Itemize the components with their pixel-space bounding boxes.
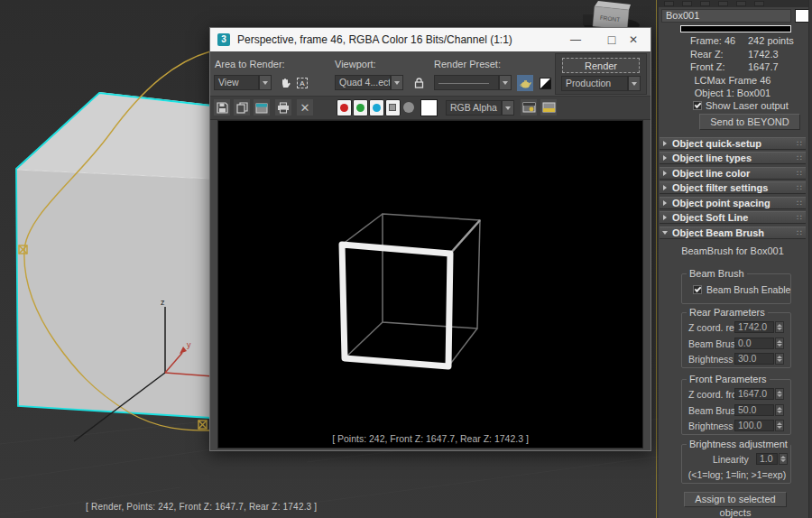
area-to-render-label: Area to Render: <box>215 59 285 69</box>
z-coord-rear-spinner[interactable] <box>775 321 784 333</box>
laser-preview-strip <box>680 25 791 32</box>
render-setup-button[interactable] <box>517 75 533 91</box>
app-icon: 3 <box>217 33 230 46</box>
area-to-render-select[interactable]: View <box>214 75 259 90</box>
green-channel-button[interactable] <box>353 99 368 116</box>
close-button[interactable]: ✕ <box>618 28 649 51</box>
beam-brush-rear-spinner[interactable] <box>775 338 784 349</box>
beam-brush-front-field[interactable]: 50.0 <box>734 404 774 416</box>
tracker-window-button[interactable] <box>540 99 557 116</box>
linearity-label: Linearity <box>713 454 749 465</box>
rear-parameters-group: Rear Parameters Z coord. rear 1742.0 Bea… <box>681 312 791 368</box>
production-dropdown-button[interactable] <box>628 76 641 91</box>
environment-button[interactable] <box>537 75 553 91</box>
copy-image-button[interactable] <box>234 99 250 116</box>
chevron-right-icon <box>663 141 667 146</box>
object-name-field[interactable]: Box001 <box>661 9 791 23</box>
rollout-drag-icon: ∷ <box>797 168 802 179</box>
clear-image-button[interactable]: ✕ <box>297 99 313 116</box>
print-image-button[interactable] <box>275 99 291 116</box>
lock-viewport-button[interactable] <box>411 75 427 91</box>
render-window-titlebar[interactable]: 3 Perspective, frame 46, RGBA Color 16 B… <box>210 28 651 51</box>
preset-empty-line <box>438 83 489 84</box>
rollout-object-beam-brush[interactable]: Object Beam Brush ∷ <box>660 227 806 239</box>
region-a-icon: A <box>297 78 308 88</box>
channel-display-select[interactable]: RGB Alpha <box>446 100 502 116</box>
rollout-object-line-types[interactable]: Object line types ∷ <box>660 152 806 164</box>
render-channel-toolbar: ✕ RGB Alpha <box>210 97 651 120</box>
points-info: 242 points <box>748 35 794 46</box>
rollout-object-filter-settings[interactable]: Object filter settings ∷ <box>660 181 806 194</box>
render-toolbar: Area to Render: View A Viewport: Quad 4.… <box>210 51 651 97</box>
floppy-icon <box>217 102 228 114</box>
bw-diagonal-icon <box>540 78 551 89</box>
rollout-drag-icon: ∷ <box>797 227 802 238</box>
production-select[interactable]: Production <box>561 76 628 91</box>
lcmax-frame-info: LCMax Frame 46 <box>659 75 807 86</box>
monochrome-button[interactable] <box>403 102 414 113</box>
blue-channel-button[interactable] <box>369 99 384 116</box>
rollout-object-quick-setup[interactable]: Object quick-setup ∷ <box>660 137 806 150</box>
z-coord-front-field[interactable]: 1647.0 <box>734 388 774 400</box>
front-z-value: 1647.7 <box>748 61 779 72</box>
rollout-title: Object quick-setup <box>672 138 761 149</box>
channel-dropdown-button[interactable] <box>502 100 514 116</box>
chevron-right-icon <box>663 185 667 190</box>
send-to-beyond-button[interactable]: Send to BEYOND <box>699 114 800 130</box>
render-preset-select[interactable] <box>434 75 499 90</box>
rollout-object-soft-line[interactable]: Object Soft Line ∷ <box>660 211 806 224</box>
rollout-title: Object Soft Line <box>672 212 748 223</box>
linearity-spinner[interactable] <box>779 453 788 465</box>
chevron-right-icon <box>663 200 667 206</box>
beam-brush-subtitle: BeamBrush for Box001 <box>659 245 807 256</box>
viewport-dropdown-button[interactable] <box>391 75 403 90</box>
group-title: Front Parameters <box>687 374 770 384</box>
save-image-button[interactable] <box>214 99 230 116</box>
alpha-channel-button[interactable] <box>385 99 401 116</box>
render-button[interactable]: Render <box>562 58 640 73</box>
auto-region-button[interactable]: A <box>294 75 310 91</box>
layer-window-button[interactable] <box>521 99 537 116</box>
area-to-render-dropdown-button[interactable] <box>259 75 272 90</box>
group-title: Brightness adjustment <box>687 439 790 449</box>
edit-region-button[interactable] <box>277 75 293 91</box>
window-panel-icon <box>542 101 556 114</box>
teapot-icon <box>520 79 531 88</box>
copy-icon <box>236 102 248 114</box>
rollout-drag-icon: ∷ <box>797 182 802 193</box>
z-coord-rear-field[interactable]: 1742.0 <box>734 321 774 333</box>
axis-z-label: z <box>161 298 165 307</box>
clone-window-button[interactable] <box>254 99 270 116</box>
beam-brush-rear-field[interactable]: 0.0 <box>734 338 774 349</box>
red-channel-button[interactable] <box>337 99 352 116</box>
rollout-object-point-spacing[interactable]: Object point spacing ∷ <box>660 197 806 209</box>
beam-brush-front-spinner[interactable] <box>775 404 784 416</box>
rollout-object-line-color[interactable]: Object line color ∷ <box>660 167 806 180</box>
beam-brush-group: Beam Brush Beam Brush Enable <box>681 273 791 304</box>
viewport-select[interactable]: Quad 4...ective <box>335 75 391 90</box>
front-z-label: Front Z: <box>690 61 725 72</box>
show-laser-checkbox[interactable] <box>693 101 702 110</box>
linearity-field[interactable]: 1.0 <box>756 453 778 465</box>
brightness-rear-field[interactable]: 30.0 <box>734 353 774 365</box>
object-color-swatch[interactable] <box>795 9 809 23</box>
panel-scrollbar[interactable] <box>808 0 812 518</box>
rollout-drag-icon: ∷ <box>797 153 802 163</box>
front-parameters-group: Front Parameters Z coord. front 1647.0 B… <box>681 379 791 435</box>
render-preset-dropdown-button[interactable] <box>499 75 512 90</box>
render-controls-panel: Render Production <box>555 53 647 95</box>
clone-window-icon <box>255 102 268 114</box>
rear-z-value: 1742.3 <box>748 49 779 60</box>
minimize-button[interactable]: — <box>560 28 591 51</box>
alpha-channel-icon <box>389 104 396 111</box>
brightness-front-spinner[interactable] <box>775 420 784 431</box>
assign-to-selected-button[interactable]: Assign to selected objects <box>684 492 787 507</box>
printer-icon <box>277 102 290 114</box>
rollout-drag-icon: ∷ <box>797 198 802 208</box>
clear-color-swatch[interactable] <box>420 99 438 116</box>
beam-brush-enable-checkbox[interactable] <box>693 285 702 294</box>
z-coord-front-spinner[interactable] <box>775 388 784 400</box>
render-status-line: [ Points: 242, Front Z: 1647.7, Rear Z: … <box>218 433 642 444</box>
brightness-front-field[interactable]: 100.0 <box>734 420 774 431</box>
brightness-rear-spinner[interactable] <box>775 353 784 365</box>
